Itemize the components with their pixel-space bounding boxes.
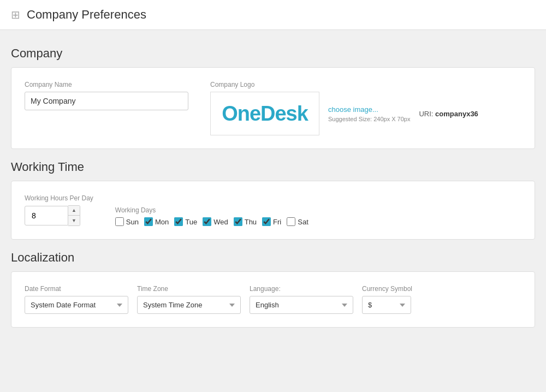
language-select[interactable]: English French Spanish German bbox=[250, 296, 353, 314]
day-item-wed: Wed bbox=[203, 217, 228, 226]
currency-label: Currency Symbol bbox=[362, 285, 412, 293]
uri-prefix: URI: companyx36 bbox=[419, 110, 478, 118]
day-checkbox-sun[interactable] bbox=[115, 217, 124, 226]
day-checkbox-fri[interactable] bbox=[262, 217, 271, 226]
grid-icon bbox=[11, 8, 20, 22]
company-logo-label: Company Logo bbox=[210, 81, 478, 88]
day-item-sat: Sat bbox=[287, 217, 308, 226]
day-label-mon: Mon bbox=[155, 218, 169, 226]
uri-value: companyx36 bbox=[435, 110, 478, 118]
company-section: Company Company Name Company Logo OneDes… bbox=[11, 46, 535, 149]
date-format-select[interactable]: System Date Format MM/DD/YYYY DD/MM/YYYY… bbox=[25, 296, 128, 314]
day-label-sat: Sat bbox=[298, 218, 308, 226]
days-checkboxes: SunMonTueWedThuFriSat bbox=[115, 217, 308, 226]
working-time-card: Working Hours Per Day ▲ ▼ Working Days bbox=[11, 181, 535, 240]
choose-image-link[interactable]: choose image... bbox=[328, 105, 410, 114]
hours-per-day-label: Working Hours Per Day bbox=[25, 194, 93, 202]
localization-section: Localization Date Format System Date For… bbox=[11, 251, 535, 328]
language-label: Language: bbox=[250, 285, 353, 293]
uri-display: URI: companyx36 bbox=[419, 109, 478, 118]
working-time-fields: Working Hours Per Day ▲ ▼ Working Days bbox=[25, 194, 521, 226]
day-label-sun: Sun bbox=[126, 218, 139, 226]
timezone-select[interactable]: System Time Zone UTC EST PST bbox=[137, 296, 241, 314]
date-format-label: Date Format bbox=[25, 285, 128, 293]
date-format-group: Date Format System Date Format MM/DD/YYY… bbox=[25, 285, 128, 314]
logo-image: OneDesk bbox=[222, 102, 308, 126]
company-name-input[interactable] bbox=[25, 92, 188, 110]
timezone-group: Time Zone System Time Zone UTC EST PST bbox=[137, 285, 241, 314]
day-label-wed: Wed bbox=[213, 218, 228, 226]
spinner-up-button[interactable]: ▲ bbox=[68, 206, 80, 216]
localization-fields: Date Format System Date Format MM/DD/YYY… bbox=[25, 285, 521, 314]
day-item-fri: Fri bbox=[262, 217, 281, 226]
currency-group: Currency Symbol $ € £ ¥ bbox=[362, 285, 412, 314]
localization-title: Localization bbox=[11, 251, 535, 265]
day-checkbox-thu[interactable] bbox=[234, 217, 242, 226]
day-item-mon: Mon bbox=[144, 217, 169, 226]
page-content: Company Company Name Company Logo OneDes… bbox=[0, 30, 546, 349]
day-label-tue: Tue bbox=[185, 218, 197, 226]
day-checkbox-tue[interactable] bbox=[174, 217, 183, 226]
hours-spinner: ▲ ▼ bbox=[25, 205, 93, 226]
working-days-group: Working Days SunMonTueWedThuFriSat bbox=[115, 206, 308, 226]
page-header: Company Preferences bbox=[0, 0, 546, 30]
company-fields: Company Name Company Logo OneDesk choose… bbox=[25, 81, 521, 135]
working-days-label: Working Days bbox=[115, 206, 308, 214]
day-checkbox-mon[interactable] bbox=[144, 217, 153, 226]
hours-per-day-group: Working Hours Per Day ▲ ▼ bbox=[25, 194, 93, 226]
day-checkbox-wed[interactable] bbox=[203, 217, 211, 226]
spinner-down-button[interactable]: ▼ bbox=[68, 216, 80, 225]
timezone-label: Time Zone bbox=[137, 285, 241, 293]
day-item-sun: Sun bbox=[115, 217, 139, 226]
company-card: Company Name Company Logo OneDesk choose… bbox=[11, 67, 535, 149]
company-name-group: Company Name bbox=[25, 81, 188, 110]
company-logo-group: Company Logo OneDesk choose image... Sug… bbox=[210, 81, 478, 135]
logo-box: OneDesk bbox=[210, 92, 319, 135]
day-label-fri: Fri bbox=[273, 218, 281, 226]
logo-actions: choose image... Suggested Size: 240px X … bbox=[328, 105, 410, 122]
company-name-label: Company Name bbox=[25, 81, 188, 88]
company-section-title: Company bbox=[11, 46, 535, 61]
day-checkbox-sat[interactable] bbox=[287, 217, 295, 226]
suggested-size-text: Suggested Size: 240px X 70px bbox=[328, 116, 410, 122]
working-time-section: Working Time Working Hours Per Day ▲ ▼ bbox=[11, 160, 535, 240]
day-item-thu: Thu bbox=[234, 217, 257, 226]
page-title: Company Preferences bbox=[27, 8, 146, 22]
localization-card: Date Format System Date Format MM/DD/YYY… bbox=[11, 271, 535, 328]
logo-area: OneDesk choose image... Suggested Size: … bbox=[210, 92, 478, 135]
day-label-thu: Thu bbox=[245, 218, 257, 226]
day-item-tue: Tue bbox=[174, 217, 197, 226]
hours-input[interactable] bbox=[25, 206, 68, 225]
spinner-buttons: ▲ ▼ bbox=[68, 205, 80, 226]
working-time-title: Working Time bbox=[11, 160, 535, 174]
currency-select[interactable]: $ € £ ¥ bbox=[362, 296, 411, 314]
language-group: Language: English French Spanish German bbox=[250, 285, 353, 314]
